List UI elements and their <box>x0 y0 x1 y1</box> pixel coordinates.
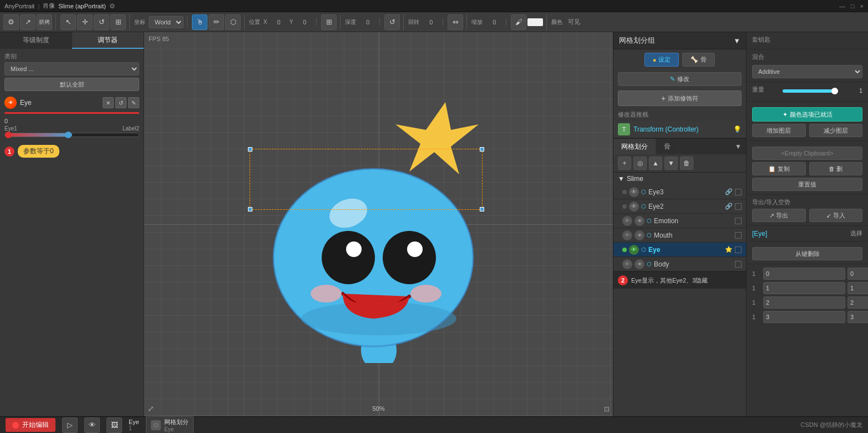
move-down-btn[interactable]: ▼ <box>664 157 678 170</box>
default-all-button[interactable]: 默认全部 <box>4 78 139 91</box>
key-field-1-0[interactable] <box>763 282 845 294</box>
canvas-area[interactable]: FPS 85 <box>144 32 613 416</box>
refresh-btn[interactable]: ↺ <box>384 14 400 30</box>
slider-thumb-left[interactable] <box>5 132 12 138</box>
select-tool-btn[interactable]: ↖ <box>60 14 76 30</box>
key-field-3-0[interactable] <box>763 311 845 323</box>
remove-item-btn[interactable]: ✕ <box>103 97 114 108</box>
add-mesh-btn[interactable]: + <box>618 157 631 170</box>
title-bar: AnyPortrait | 肖像 Slime (apPortrait) ⚙ — … <box>0 0 868 12</box>
start-edit-btn[interactable]: 开始编辑 <box>6 418 55 432</box>
tree-item-eye3[interactable]: 👁 ⬡ Eye3 🔗 <box>613 185 746 199</box>
bottom-bar: 开始编辑 ▷ 👁 🖼 Eye 1 ⬡ 网格划分 Eye CSDN @恬静的小魔龙 <box>0 416 868 433</box>
mesh-mode-btn[interactable]: ⬡ <box>225 14 241 30</box>
weight-slider[interactable] <box>783 89 838 93</box>
close-btn[interactable]: × <box>860 3 864 9</box>
cursor-bottom-btn[interactable]: ▷ <box>62 417 78 433</box>
coord-label: 坐标 <box>134 18 145 26</box>
export-toolbar-btn[interactable]: ↗ <box>20 14 35 30</box>
settings-toolbar-btn[interactable]: ⚙ <box>3 14 19 30</box>
reset-btn[interactable]: 重置值 <box>752 178 862 191</box>
key-field-2-0[interactable] <box>763 296 845 309</box>
rotate-tool-btn[interactable]: ↺ <box>94 14 109 30</box>
bottom-icon2[interactable]: 👁 <box>84 417 100 433</box>
move-tool-btn[interactable]: ✛ <box>77 14 93 30</box>
slider-label2: Label2 <box>123 125 139 132</box>
eye-toggle-eye[interactable]: 👁 <box>629 245 639 255</box>
position-label: 位置 <box>249 18 260 26</box>
scale-tool-btn[interactable]: ⊞ <box>110 14 126 30</box>
eye2-toggle-emotion[interactable]: 👁 <box>634 216 644 226</box>
link-btn[interactable]: ⊞ <box>321 14 337 30</box>
key-field-2-1[interactable] <box>847 296 868 309</box>
tree-item-body[interactable]: 👁 👁 ⬡ Body <box>613 257 746 271</box>
tab-adjuster[interactable]: 调节器 <box>72 32 144 49</box>
eye-toggle-emotion[interactable]: 👁 <box>622 216 632 226</box>
eye-toggle-eye2[interactable]: 👁 <box>629 202 639 212</box>
layer-mask-btn[interactable]: ◎ <box>633 157 647 170</box>
reset-item-btn[interactable]: ↺ <box>115 97 126 108</box>
visibility-dot-eye3 <box>622 190 627 194</box>
key-field-1-1[interactable] <box>847 282 868 294</box>
slider-thumb-right[interactable] <box>65 132 72 138</box>
expand-icon[interactable]: ⤢ <box>148 404 154 413</box>
remove-key-btn[interactable]: 从键删除 <box>752 247 862 260</box>
eye3-square <box>735 189 742 195</box>
brush-mode-btn[interactable]: ✏ <box>209 14 224 30</box>
settings-icon[interactable]: ⚙ <box>109 2 115 10</box>
key-field-3-1[interactable] <box>847 311 868 323</box>
select-text: 选择 <box>850 229 862 238</box>
bottom-icon3[interactable]: 🖼 <box>106 417 122 433</box>
maximize-btn[interactable]: □ <box>851 3 855 9</box>
cursor-mode-btn[interactable]: 🖱 <box>192 14 207 30</box>
transform-modifier[interactable]: T Transform (Controller) 💡 <box>613 121 746 138</box>
copy-btn[interactable]: 📋 复制 <box>752 162 806 175</box>
add-layer-btn[interactable]: 增加图层 <box>752 124 806 137</box>
edit-item-btn[interactable]: ✎ <box>128 97 139 108</box>
category-label: 类别 <box>4 52 139 61</box>
delete-btn[interactable]: 🗑 删 <box>809 162 863 175</box>
modifier-eye-icon[interactable]: 💡 <box>733 125 742 133</box>
eye-toggle-eye3[interactable]: 👁 <box>629 187 639 197</box>
bake-toolbar-btn[interactable]: 烘烤 <box>37 14 52 30</box>
flip-btn[interactable]: ⇔ <box>448 14 463 30</box>
tab-hierarchy[interactable]: 等级制度 <box>0 32 72 49</box>
eye2-toggle-mouth[interactable]: 👁 <box>634 230 644 240</box>
settings-tab-btn[interactable]: ● 设定 <box>644 53 679 67</box>
blend-dropdown[interactable]: Additive <box>752 65 862 78</box>
clipboard-btn[interactable]: <Empty Clipboard> <box>752 147 862 160</box>
collapse-arrow[interactable]: ▼ <box>618 175 625 183</box>
collapse-icon[interactable]: ⊡ <box>604 405 610 413</box>
add-modifier-btn[interactable]: + 添加修饰符 <box>618 90 742 106</box>
category-dropdown[interactable]: Mixed ... <box>4 62 139 75</box>
visibility-dot-eye2 <box>622 204 627 209</box>
import-btn[interactable]: ↙ 导入 <box>809 209 863 222</box>
tree-item-eye[interactable]: 👁 ⬡ Eye ⭐ <box>613 243 746 257</box>
minimize-btn[interactable]: — <box>839 3 845 9</box>
key-field-0-1[interactable] <box>847 268 868 280</box>
paint-btn[interactable]: 🖌 <box>511 14 526 30</box>
bone-tab[interactable]: 骨 <box>656 139 679 154</box>
key-field-0-0[interactable] <box>763 268 845 280</box>
move-up-btn[interactable]: ▲ <box>649 157 662 170</box>
activate-btn[interactable]: ✦ 颜色选项已就活 <box>752 107 862 122</box>
color-swatch[interactable] <box>527 18 543 26</box>
delete-mesh-btn[interactable]: 🗑 <box>680 157 693 170</box>
tree-item-mouth[interactable]: 👁 👁 ⬡ Mouth <box>613 228 746 243</box>
eye2-toggle-body[interactable]: 👁 <box>634 259 644 269</box>
coord-dropdown[interactable]: World <box>149 16 184 28</box>
remove-layer-btn[interactable]: 减少图层 <box>809 124 863 137</box>
mesh-subdivision-tab[interactable]: 网格划分 <box>613 139 656 154</box>
tree-item-emotion[interactable]: 👁 👁 ⬡ Emotion <box>613 214 746 228</box>
right-panel-title: 网格划分组 <box>619 36 655 46</box>
svg-point-4 <box>346 241 362 257</box>
modify-btn[interactable]: ✎ 修改 <box>618 72 742 86</box>
slider-track[interactable] <box>4 133 139 137</box>
dropdown-arrow-icon[interactable]: ▼ <box>733 37 740 45</box>
export-btn[interactable]: ↗ 导出 <box>752 209 806 222</box>
eye-toggle-mouth[interactable]: 👁 <box>622 230 632 240</box>
tree-item-eye2[interactable]: 👁 ⬡ Eye2 🔗 <box>613 199 746 214</box>
mesh-expand-btn[interactable]: ▼ <box>730 143 746 150</box>
bone-tab-btn[interactable]: 🦴 骨 <box>682 53 715 67</box>
eye-toggle-body[interactable]: 👁 <box>622 259 632 269</box>
